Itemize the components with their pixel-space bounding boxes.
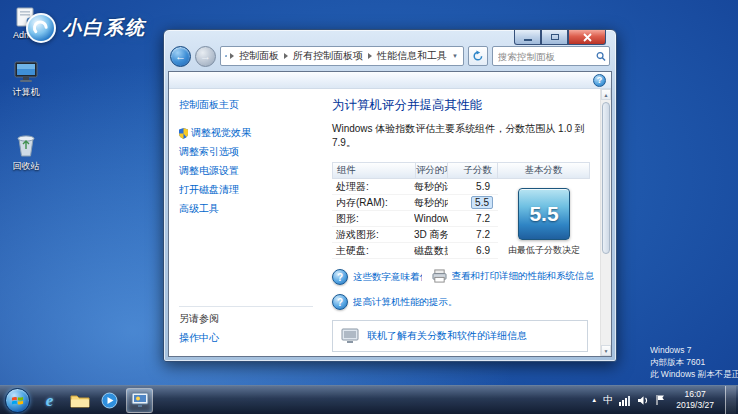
scored-item: 每秒的内存操作速度	[414, 196, 448, 210]
scroll-down-button[interactable]: ▼	[601, 345, 611, 356]
subscore-value: 7.2	[473, 229, 493, 240]
maximize-button[interactable]	[541, 30, 568, 45]
brand-overlay: 小白系统	[26, 13, 146, 43]
breadcrumb-item[interactable]: 所有控制面板项	[291, 49, 365, 63]
help-item-improve-tips[interactable]: ? 提高计算机性能的提示。	[332, 294, 458, 310]
caption-buttons	[514, 30, 606, 45]
subscore-value-lowest: 5.5	[471, 196, 493, 209]
desktop: 小白系统 Adm... 计算机 回收站 Windows 7 内部版本 7601 …	[0, 0, 738, 414]
watermark-line: 此 Windows 副本不是正版	[650, 369, 738, 381]
link-view-print-details[interactable]: 查看和打印详细的性能和系统信息	[432, 269, 595, 283]
desktop-icon-recycle-bin[interactable]: 回收站	[2, 132, 50, 173]
link-learn-online[interactable]: 联机了解有关分数和软件的详细信息	[367, 329, 527, 343]
base-score-caption: 由最低子分数决定	[506, 245, 582, 257]
clock-time: 16:07	[676, 389, 714, 400]
link-label: 这些数字意味着什么?	[353, 271, 422, 284]
table-header: 组件 评分的项目 子分数	[332, 162, 498, 179]
main-content: 为计算机评分并提高其性能 Windows 体验指数评估主要系统组件，分数范围从 …	[319, 89, 600, 356]
link-label: 查看和打印详细的性能和系统信息	[452, 270, 595, 283]
forward-button[interactable]: →	[195, 46, 216, 67]
help-item-what-numbers-mean[interactable]: ? 这些数字意味着什么?	[332, 269, 422, 285]
taskbar-icon-file-explorer[interactable]	[66, 388, 93, 413]
taskbar-icon-internet-explorer[interactable]: e	[36, 388, 63, 413]
table-row: 内存(RAM): 每秒的内存操作速度 5.5	[332, 195, 498, 211]
ime-indicator[interactable]: 中	[603, 393, 613, 407]
search-input[interactable]	[498, 51, 596, 62]
sidebar-item-indexing-options[interactable]: 调整索引选项	[179, 145, 313, 159]
sidebar-item-label: 调整视觉效果	[191, 126, 251, 140]
control-panel-window: ← → 控制面板 所有控制面板项 性能信息和工具 ▼ ?	[163, 29, 617, 362]
taskbar: e ▲ 中 16:07 2019/3/27	[0, 385, 738, 414]
folder-icon	[70, 393, 90, 408]
minimize-button[interactable]	[514, 30, 541, 45]
sidebar-item-label: 调整电源设置	[179, 164, 239, 178]
refresh-icon	[472, 50, 484, 62]
column-header-component[interactable]: 组件	[333, 164, 415, 177]
refresh-button[interactable]	[468, 46, 488, 66]
forward-arrow-icon: →	[200, 50, 211, 62]
search-icon[interactable]	[596, 51, 606, 62]
page-title: 为计算机评分并提高其性能	[332, 97, 596, 114]
base-score-tile: 5.5	[518, 188, 570, 240]
clock-date: 2019/3/27	[676, 400, 714, 411]
sidebar-item-visual-effects[interactable]: 调整视觉效果	[179, 126, 313, 140]
close-button[interactable]	[568, 30, 606, 45]
help-row-2: ? 提高计算机性能的提示。	[332, 294, 594, 310]
scrollbar-thumb[interactable]	[602, 102, 610, 254]
breadcrumb[interactable]: 控制面板 所有控制面板项 性能信息和工具 ▼	[220, 46, 464, 66]
scored-item: 每秒的计算速度	[414, 180, 448, 194]
sidebar-item-power-settings[interactable]: 调整电源设置	[179, 164, 313, 178]
system-tray: ▲ 中 16:07 2019/3/27	[591, 386, 738, 414]
component-name: 内存(RAM):	[332, 196, 414, 210]
sidebar-item-disk-cleanup[interactable]: 打开磁盘清理	[179, 183, 313, 197]
help-row-1: ? 这些数字意味着什么? 查看和打印详细的性能和系统信息	[332, 269, 594, 285]
scrollbar-track[interactable]	[601, 100, 611, 345]
sidebar-item-control-panel-home[interactable]: 控制面板主页	[179, 98, 313, 112]
component-name: 游戏图形:	[332, 228, 414, 242]
column-header-base-score[interactable]: 基本分数	[498, 162, 590, 179]
show-desktop-button[interactable]	[725, 386, 736, 414]
component-name: 图形:	[332, 212, 414, 226]
component-name: 主硬盘:	[332, 244, 414, 258]
navigation-bar: ← → 控制面板 所有控制面板项 性能信息和工具 ▼	[164, 44, 616, 68]
command-bar: ?	[169, 72, 611, 89]
sidebar: 控制面板主页 调整视觉效果 调整索引选项 调整电源设置 打开磁盘清理 高级工具 …	[169, 89, 319, 356]
subscore-value: 5.9	[473, 181, 493, 192]
tray-overflow-button[interactable]: ▲	[591, 397, 597, 403]
breadcrumb-item[interactable]: 性能信息和工具	[375, 49, 449, 63]
vertical-scrollbar[interactable]: ▲ ▼	[600, 89, 611, 356]
column-header-subscore[interactable]: 子分数	[447, 163, 497, 178]
breadcrumb-separator-icon	[284, 53, 288, 59]
column-header-item[interactable]: 评分的项目	[415, 163, 447, 178]
scroll-up-button[interactable]: ▲	[601, 89, 611, 100]
help-button[interactable]: ?	[593, 74, 606, 87]
search-box[interactable]	[492, 46, 610, 66]
action-center-flag-icon[interactable]	[655, 394, 665, 406]
volume-icon[interactable]	[637, 395, 649, 406]
breadcrumb-item[interactable]: 控制面板	[237, 49, 281, 63]
learn-online-box: 联机了解有关分数和软件的详细信息	[332, 320, 588, 352]
start-button[interactable]	[5, 388, 30, 413]
see-also-section: 另请参阅 操作中心	[179, 306, 313, 350]
watermark-line: 内部版本 7601	[650, 357, 738, 369]
desktop-icon-computer[interactable]: 计算机	[2, 58, 50, 99]
desktop-icon-label: 计算机	[2, 86, 50, 99]
table-row: 图形: Windows Aero 的桌面性能 7.2	[332, 211, 498, 227]
network-icon[interactable]	[619, 395, 631, 406]
table-row: 主硬盘: 磁盘数据传输速率 6.9	[332, 243, 498, 259]
recycle-bin-icon	[2, 132, 50, 158]
windows-flag-icon	[11, 394, 24, 407]
sidebar-item-action-center[interactable]: 操作中心	[179, 331, 313, 345]
taskbar-icon-media-player[interactable]	[96, 388, 123, 413]
component-name: 处理器:	[332, 180, 414, 194]
taskbar-clock[interactable]: 16:07 2019/3/27	[671, 389, 719, 410]
system-window-icon	[131, 392, 149, 408]
sidebar-item-advanced-tools[interactable]: 高级工具	[179, 202, 313, 216]
taskbar-item-control-panel-active[interactable]	[126, 388, 153, 413]
link-label: 提高计算机性能的提示。	[353, 296, 458, 309]
back-button[interactable]: ←	[170, 46, 191, 67]
address-dropdown-button[interactable]: ▼	[449, 53, 461, 59]
table-row: 处理器: 每秒的计算速度 5.9	[332, 179, 498, 195]
media-player-icon	[101, 392, 118, 409]
question-icon: ?	[597, 75, 603, 85]
